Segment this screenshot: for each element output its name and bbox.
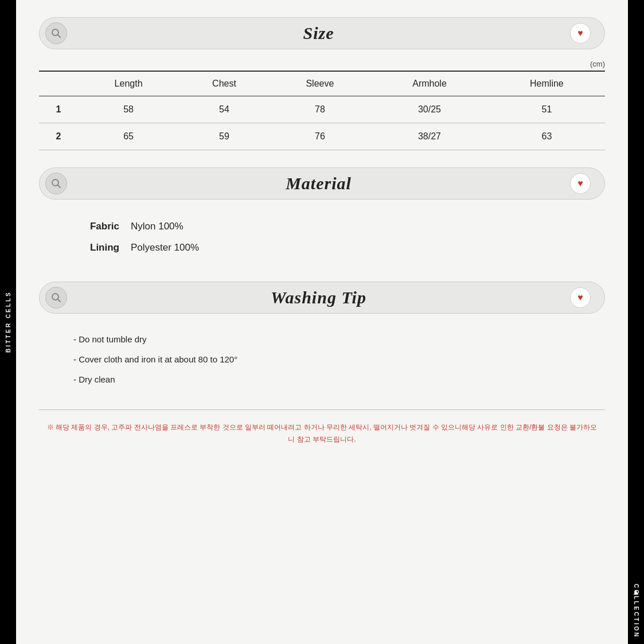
cell-armhole: 30/25 (370, 96, 489, 123)
svg-line-1 (58, 35, 61, 38)
col-chest: Chest (179, 71, 269, 96)
sidebar-left-label: BITTER CELLS (0, 0, 16, 644)
cell-sleeve: 78 (270, 96, 371, 123)
svg-line-3 (58, 185, 61, 188)
material-heart-icon[interactable]: ♥ (570, 173, 591, 194)
divider (39, 409, 605, 410)
size-table: Length Chest Sleeve Armhole Hemline 1 58… (39, 71, 605, 150)
col-hemline: Hemline (489, 71, 605, 96)
material-content: Fabric Nylon 100% Lining Polyester 100% (39, 210, 605, 264)
washing-heart-icon[interactable]: ♥ (570, 287, 591, 308)
washing-title: Washing Tip (73, 288, 564, 307)
material-title: Material (73, 174, 564, 193)
col-length: Length (78, 71, 179, 96)
material-section: Material ♥ Fabric Nylon 100% Lining Poly… (39, 167, 605, 264)
cell-sleeve: 76 (270, 123, 371, 150)
washing-section-header: Washing Tip ♥ (39, 282, 605, 314)
cell-num: 1 (39, 96, 78, 123)
col-sleeve: Sleeve (270, 71, 371, 96)
washing-section: Washing Tip ♥ - Do not tumble dry- Cover… (39, 282, 605, 396)
table-row: 2 65 59 76 38/27 63 (39, 123, 605, 150)
cell-chest: 54 (179, 96, 269, 123)
cell-hemline: 63 (489, 123, 605, 150)
lining-label: Lining (85, 237, 119, 258)
cell-armhole: 38/27 (370, 123, 489, 150)
washing-item: - Dry clean (73, 370, 594, 389)
unit-label: (cm) (39, 60, 605, 68)
size-title: Size (73, 24, 564, 43)
fabric-value: Nylon 100% (131, 216, 184, 237)
washing-search-icon (45, 287, 67, 309)
sidebar-right: ▲ COLLECTION (628, 0, 644, 644)
material-search-icon (45, 173, 67, 194)
cell-chest: 59 (179, 123, 269, 150)
search-icon (45, 22, 67, 44)
table-row: 1 58 54 78 30/25 51 (39, 96, 605, 123)
washing-item: - Do not tumble dry (73, 330, 594, 349)
material-section-header: Material ♥ (39, 167, 605, 200)
lining-value: Polyester 100% (131, 237, 199, 258)
fabric-row: Fabric Nylon 100% (85, 216, 594, 237)
lining-row: Lining Polyester 100% (85, 237, 594, 258)
scroll-arrow-icon[interactable]: ▲ (631, 587, 641, 598)
col-armhole: Armhole (370, 71, 489, 96)
washing-item: - Cover cloth and iron it at about 80 to… (73, 350, 594, 369)
cell-num: 2 (39, 123, 78, 150)
cell-length: 58 (78, 96, 179, 123)
size-section-header: Size ♥ (39, 17, 605, 49)
notice-text: ※ 해당 제품의 경우, 고주파 전사나염을 프레스로 부착한 것으로 일부러 … (39, 415, 605, 453)
washing-content: - Do not tumble dry- Cover cloth and iro… (39, 324, 605, 396)
col-num (39, 71, 78, 96)
cell-hemline: 51 (489, 96, 605, 123)
fabric-label: Fabric (85, 216, 119, 237)
table-header-row: Length Chest Sleeve Armhole Hemline (39, 71, 605, 96)
size-section: Size ♥ (cm) Length Chest Sleeve Armhole … (39, 17, 605, 150)
main-content: Size ♥ (cm) Length Chest Sleeve Armhole … (16, 0, 628, 644)
cell-length: 65 (78, 123, 179, 150)
size-heart-icon[interactable]: ♥ (570, 23, 591, 44)
svg-line-5 (58, 299, 61, 302)
